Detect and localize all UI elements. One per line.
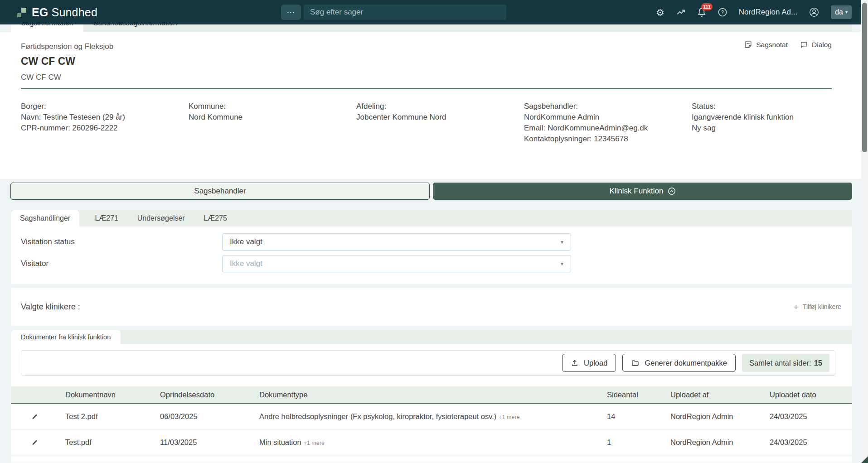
form-row-visitator: Visitator Ikke valgt ▼	[21, 255, 852, 272]
header-dokumentnavn: Dokumentnavn	[65, 391, 160, 399]
tab-lae275[interactable]: LÆ275	[188, 210, 242, 227]
dialog-button[interactable]: Dialog	[800, 40, 832, 49]
eg-logo-icon	[17, 7, 27, 17]
svg-text:?: ?	[721, 10, 724, 15]
case-actions: Sagsnotat Dialog	[744, 40, 832, 49]
chat-icon	[800, 40, 808, 49]
documents-section: Dokumenter fra klinisk funktion Upload G…	[11, 330, 852, 463]
cell-dokumentnavn: Test.pdf	[65, 438, 160, 447]
info-line: Jobcenter Kommune Nord	[356, 112, 524, 123]
visitation-form: Visitation status Ikke valgt ▼ Visitator…	[11, 227, 852, 284]
language-selector[interactable]: da ▾	[831, 5, 852, 19]
klinisk-funktion-toggle-button[interactable]: Klinisk Funktion	[433, 183, 852, 200]
cell-dokumenttype: Min situation+1 mere	[259, 438, 607, 447]
tab-sagsinformation[interactable]: Sagsinformation	[11, 24, 83, 32]
pencil-icon	[31, 438, 39, 446]
tab-dokumenter-fra-klinisk-funktion[interactable]: Dokumenter fra klinisk funktion	[11, 330, 121, 344]
edit-document-button[interactable]	[11, 412, 65, 420]
documents-toolbar-wrap: Upload Generer dokumentpakke Samlet anta…	[21, 350, 835, 376]
visitator-label: Visitator	[21, 259, 222, 268]
user-avatar-icon[interactable]	[809, 7, 820, 18]
visitator-select[interactable]: Ikke valgt ▼	[222, 255, 571, 272]
generer-dokumentpakke-button[interactable]: Generer dokumentpakke	[622, 354, 736, 372]
chevron-down-icon: ▾	[845, 10, 848, 14]
more-button[interactable]: ⋯	[281, 5, 301, 20]
info-kommune: Kommune: Nord Kommune	[189, 101, 356, 145]
header-sideantal: Sideantal	[607, 391, 670, 399]
topbar: EGSundhed ⋯ ⚙ 111 ? NordRegion Ad... da	[0, 0, 868, 24]
info-line: Kontaktoplysninger: 12345678	[524, 134, 692, 145]
brand-eg: EG	[32, 6, 48, 19]
info-status: Status: Igangværende klinisk funktion Ny…	[692, 101, 859, 145]
info-afdeling: Afdeling: Jobcenter Kommune Nord	[356, 101, 524, 145]
header-oprindelsesdato: Oprindelsesdato	[160, 391, 259, 399]
help-icon[interactable]: ?	[718, 7, 727, 17]
resize-grip-icon	[861, 456, 868, 463]
cell-uploadet-dato: 24/03/2025	[770, 438, 852, 447]
dialog-label: Dialog	[812, 41, 832, 49]
language-code: da	[835, 8, 843, 16]
edit-document-button[interactable]	[11, 438, 65, 446]
vertical-scrollbar[interactable]	[861, 0, 868, 463]
header-uploadet-dato: Uploadet dato	[770, 391, 852, 399]
dropdown-arrow-icon: ▼	[560, 261, 564, 266]
upload-button[interactable]: Upload	[562, 354, 616, 372]
info-label: Status:	[692, 101, 859, 112]
search-input[interactable]	[304, 5, 506, 20]
tilfoej-klinikere-button[interactable]: + Tilføj klinikere	[794, 303, 841, 311]
app-screen: EGSundhed ⋯ ⚙ 111 ? NordRegion Ad... da	[0, 0, 868, 463]
info-label: Afdeling:	[356, 101, 524, 112]
tab-lae271[interactable]: LÆ271	[79, 210, 134, 227]
sagshandlinger-panel: Sagshandlinger LÆ271 Undersøgelser LÆ275…	[11, 210, 852, 284]
tab-sagshandlinger[interactable]: Sagshandlinger	[11, 210, 79, 227]
tab-undersoegelser[interactable]: Undersøgelser	[134, 210, 188, 227]
tilfoej-klinikere-label: Tilføj klinikere	[803, 303, 841, 310]
documents-tab-strip: Dokumenter fra klinisk funktion	[11, 330, 852, 344]
sagsbehandler-toggle-button[interactable]: Sagsbehandler	[10, 183, 430, 200]
valgte-klinikere-section: Valgte klinikere : + Tilføj klinikere	[11, 288, 852, 326]
activity-trend-icon[interactable]	[676, 7, 686, 17]
cell-oprindelsesdato: 06/03/2025	[160, 412, 259, 421]
notifications-bell-icon[interactable]: 111	[697, 7, 706, 17]
brand: EGSundhed	[17, 0, 97, 24]
cell-uploadet-af: NordRegion Admin	[670, 412, 770, 421]
info-line: CPR-nummer: 260296-2222	[21, 123, 189, 134]
visitation-status-select[interactable]: Ikke valgt ▼	[222, 233, 571, 251]
cell-dokumentnavn: Test 2.pdf	[65, 412, 160, 421]
case-card: Førtidspension og Fleksjob CW CF CW CW C…	[0, 32, 868, 179]
settings-gear-icon[interactable]: ⚙	[656, 8, 664, 17]
cell-sideantal: 1	[607, 438, 670, 447]
info-line: NordKommune Admin	[524, 112, 692, 123]
user-org-label[interactable]: NordRegion Ad...	[739, 8, 797, 17]
notification-count-badge: 111	[701, 3, 712, 10]
folder-icon	[631, 359, 640, 367]
page-title: CW CF CW	[21, 55, 832, 68]
sagsbehandler-toggle-label: Sagsbehandler	[194, 187, 246, 196]
note-icon	[744, 40, 752, 49]
total-pages-value: 15	[814, 359, 822, 367]
tab-sundhedssagsinformation[interactable]: Sundhedssagsinformation	[83, 24, 187, 32]
info-label: Kommune:	[189, 101, 356, 112]
cell-uploadet-dato: 24/03/2025	[770, 412, 852, 421]
klinisk-funktion-toggle-label: Klinisk Funktion	[609, 187, 663, 196]
brand-text: EGSundhed	[32, 6, 97, 19]
sagsnotat-label: Sagsnotat	[756, 41, 788, 49]
upload-icon	[571, 359, 579, 367]
pencil-icon	[31, 412, 39, 420]
role-toggle: Sagsbehandler Klinisk Funktion	[10, 183, 852, 200]
case-subtitle: CW CF CW	[21, 73, 832, 82]
table-header-row: Dokumentnavn Oprindelsesdato Dokumenttyp…	[11, 386, 852, 404]
status-value: Ny sag	[692, 123, 859, 134]
sagsnotat-button[interactable]: Sagsnotat	[744, 40, 788, 49]
dokumenttype-more[interactable]: +1 mere	[499, 414, 519, 420]
info-borger: Borger: Navn: Testine Testesen (29 år) C…	[21, 101, 189, 145]
dokumenttype-more[interactable]: +1 mere	[304, 440, 325, 446]
dokumenttype-text: Andre helbredsoplysninger (Fx psykolog, …	[259, 412, 496, 420]
cell-dokumenttype: Andre helbredsoplysninger (Fx psykolog, …	[259, 412, 607, 421]
documents-panel: Upload Generer dokumentpakke Samlet anta…	[11, 344, 852, 463]
total-pages-badge: Samlet antal sider: 15	[742, 354, 829, 372]
scrollbar-thumb[interactable]	[862, 3, 867, 152]
info-label: Borger:	[21, 101, 189, 112]
cell-uploadet-af: NordRegion Admin	[670, 438, 770, 447]
dokumenttype-text: Min situation	[259, 438, 301, 446]
